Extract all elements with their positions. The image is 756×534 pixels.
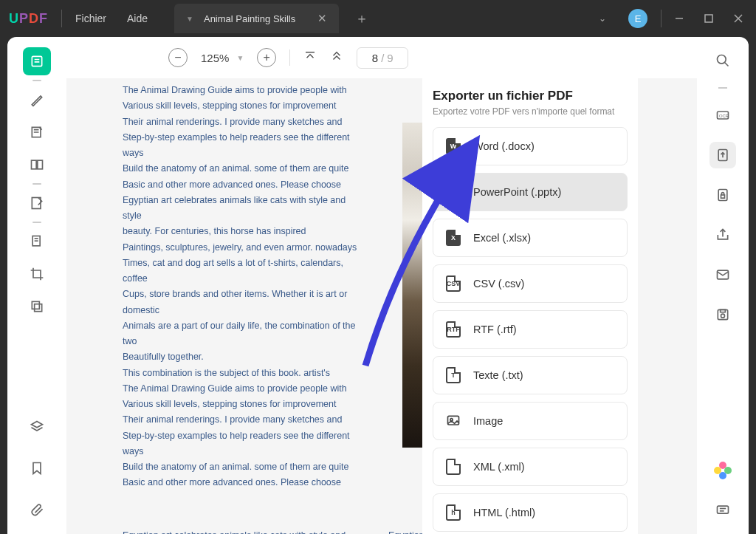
search-button[interactable] xyxy=(709,47,736,74)
scroll-up-button[interactable] xyxy=(330,49,343,66)
copy-tool-button[interactable] xyxy=(23,292,51,321)
file-type-icon: X xyxy=(445,230,461,246)
sidebar-right: OCR xyxy=(697,37,749,534)
edit-tool-button[interactable] xyxy=(23,189,51,217)
minimize-button[interactable] xyxy=(664,4,694,33)
forms-button[interactable] xyxy=(23,227,51,256)
divider xyxy=(32,80,41,81)
content-area: − 125%▼ + 8/9 The Animal Drawing Guide a… xyxy=(66,37,697,534)
page-layout-button[interactable] xyxy=(23,151,51,179)
file-type-icon: W xyxy=(445,138,461,154)
crop-tool-button[interactable] xyxy=(23,260,51,288)
attachment-button[interactable] xyxy=(23,496,51,524)
go-to-top-button[interactable] xyxy=(303,49,317,66)
email-button[interactable] xyxy=(709,261,736,288)
svg-point-21 xyxy=(718,55,726,64)
annotate-tool-button[interactable] xyxy=(23,118,51,146)
svg-rect-10 xyxy=(32,160,37,169)
bookmark-button[interactable] xyxy=(23,454,51,482)
svg-rect-34 xyxy=(718,506,729,513)
export-option-label: PowerPoint (.pptx) xyxy=(473,186,561,198)
export-panel: Exporter un fichier PDF Exportez votre P… xyxy=(422,78,638,534)
svg-rect-33 xyxy=(721,309,726,312)
export-title: Exporter un fichier PDF xyxy=(433,89,628,103)
export-option-label: Image xyxy=(473,415,503,427)
export-option-html[interactable]: hHTML (.html) xyxy=(433,493,628,532)
divider xyxy=(661,10,662,27)
export-option-word[interactable]: WWord (.docx) xyxy=(433,127,628,165)
save-button[interactable] xyxy=(709,301,736,328)
svg-rect-16 xyxy=(35,304,42,312)
divider xyxy=(61,10,62,27)
export-option-rtf[interactable]: RTFRTF (.rtf) xyxy=(433,310,628,349)
document-tab[interactable]: ▼ Animal Painting Skills ✕ xyxy=(174,4,339,33)
maximize-button[interactable] xyxy=(694,4,724,33)
file-type-icon: RTF xyxy=(445,321,461,338)
divider xyxy=(32,222,41,223)
svg-text:OCR: OCR xyxy=(719,114,729,118)
zoom-out-button[interactable]: − xyxy=(168,48,188,67)
export-option-image[interactable]: Image xyxy=(433,402,628,440)
export-option-label: Texte (.txt) xyxy=(473,369,523,381)
chevron-down-icon: ▼ xyxy=(236,54,244,62)
titlebar: UPDF Fichier Aide ▼ Animal Painting Skil… xyxy=(0,0,756,37)
export-option-label: RTF (.rtf) xyxy=(473,324,517,335)
page-number-input[interactable]: 8/9 xyxy=(357,47,408,69)
menu-help[interactable]: Aide xyxy=(127,13,148,24)
file-type-icon: h xyxy=(445,504,461,521)
close-button[interactable] xyxy=(724,4,753,33)
export-option-label: Word (.docx) xyxy=(473,140,535,152)
svg-rect-11 xyxy=(38,160,43,169)
export-option-powerpoint[interactable]: PPowerPoint (.pptx) xyxy=(433,173,628,211)
file-type-icon: T xyxy=(445,367,461,383)
svg-rect-17 xyxy=(32,301,39,309)
chevron-down-icon[interactable]: ⌄ xyxy=(587,7,618,30)
menu-file[interactable]: Fichier xyxy=(75,13,106,24)
ai-assistant-button[interactable] xyxy=(709,457,736,484)
sidebar-left xyxy=(7,37,66,534)
export-subtitle: Exportez votre PDF vers n'importe quel f… xyxy=(433,106,628,117)
share-button[interactable] xyxy=(709,222,736,248)
toolbar: − 125%▼ + 8/9 xyxy=(66,37,697,78)
svg-line-22 xyxy=(725,63,729,66)
file-type-icon xyxy=(445,459,461,475)
export-option-xml[interactable]: XML (.xml) xyxy=(433,448,628,486)
divider xyxy=(32,183,41,185)
export-button[interactable] xyxy=(709,142,736,168)
layers-button[interactable] xyxy=(23,413,51,441)
tab-close-icon[interactable]: ✕ xyxy=(317,12,327,25)
file-type-icon: CSV xyxy=(445,275,461,292)
ocr-button[interactable]: OCR xyxy=(709,102,736,129)
export-option-label: CSV (.csv) xyxy=(473,278,524,290)
tab-dropdown-icon[interactable]: ▼ xyxy=(186,15,193,23)
svg-point-32 xyxy=(721,314,725,318)
svg-rect-1 xyxy=(705,15,712,22)
export-option-label: HTML (.html) xyxy=(473,507,535,518)
divider xyxy=(718,87,727,89)
export-option-excel[interactable]: XExcel (.xlsx) xyxy=(433,219,628,257)
new-tab-button[interactable]: ＋ xyxy=(355,10,368,27)
protect-button[interactable] xyxy=(709,182,736,208)
svg-rect-28 xyxy=(721,195,725,198)
file-type-icon xyxy=(445,413,461,429)
comments-button[interactable] xyxy=(709,497,736,524)
user-avatar[interactable]: E xyxy=(628,9,647,28)
document-text: The Animal Drawing Guide aims to provide… xyxy=(123,83,359,491)
export-option-label: Excel (.xlsx) xyxy=(473,232,531,244)
reader-mode-button[interactable] xyxy=(23,47,51,75)
highlight-tool-button[interactable] xyxy=(23,86,51,114)
app-body: − 125%▼ + 8/9 The Animal Drawing Guide a… xyxy=(7,37,749,534)
zoom-in-button[interactable]: + xyxy=(257,48,276,67)
zoom-level[interactable]: 125%▼ xyxy=(201,52,244,64)
document-text-col-left: Egyptian art celebrates animals like cat… xyxy=(123,528,359,535)
export-option-texte[interactable]: TTexte (.txt) xyxy=(433,356,628,394)
divider xyxy=(289,49,290,66)
file-type-icon: P xyxy=(445,184,461,200)
export-option-label: XML (.xml) xyxy=(473,461,525,473)
app-logo: UPDF xyxy=(9,11,48,27)
tab-title: Animal Painting Skills xyxy=(204,13,295,24)
export-option-csv[interactable]: CSVCSV (.csv) xyxy=(433,264,628,303)
